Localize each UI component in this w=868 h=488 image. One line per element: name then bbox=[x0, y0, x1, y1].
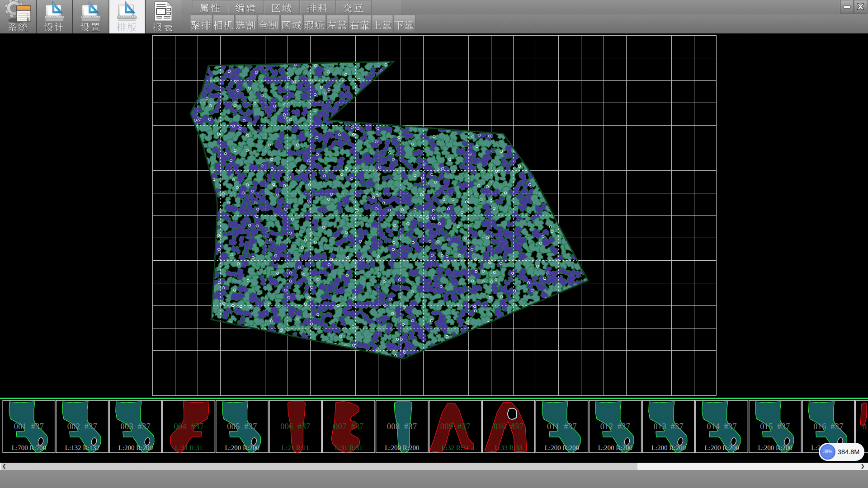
svg-text:L:200 R:200: L:200 R:200 bbox=[545, 444, 579, 451]
svg-text:009_#37: 009_#37 bbox=[440, 422, 470, 431]
svg-text:L:200 R:200: L:200 R:200 bbox=[118, 444, 153, 451]
svg-text:L:21 R:21: L:21 R:21 bbox=[282, 444, 309, 451]
svg-text:L:200 R:200: L:200 R:200 bbox=[598, 444, 632, 451]
svg-text:L:200 R:200: L:200 R:200 bbox=[225, 444, 259, 451]
svg-text:010_#37: 010_#37 bbox=[494, 422, 524, 431]
svg-text:L:200 R:200: L:200 R:200 bbox=[758, 444, 792, 451]
svg-text:012_#37: 012_#37 bbox=[600, 422, 631, 431]
svg-text:008_#37: 008_#37 bbox=[387, 422, 417, 431]
svg-text:002_#37: 002_#37 bbox=[67, 422, 98, 431]
svg-text:L:32 R:31: L:32 R:31 bbox=[442, 444, 469, 451]
svg-text:013_#37: 013_#37 bbox=[654, 422, 684, 431]
svg-text:001_#37: 001_#37 bbox=[14, 422, 44, 431]
svg-text:L:132 R:132: L:132 R:132 bbox=[65, 444, 99, 451]
svg-text:005_#37: 005_#37 bbox=[227, 422, 257, 431]
svg-text:006_#37: 006_#37 bbox=[280, 422, 311, 431]
svg-text:L:700 R:700: L:700 R:700 bbox=[12, 444, 46, 451]
svg-text:016_#37: 016_#37 bbox=[813, 422, 844, 431]
svg-text:007_#37: 007_#37 bbox=[334, 422, 364, 431]
svg-text:0: 0 bbox=[862, 422, 867, 431]
svg-text:L:31 R:31: L:31 R:31 bbox=[175, 444, 203, 451]
svg-text:015_#37: 015_#37 bbox=[760, 422, 790, 431]
svg-text:L:33 R:33: L:33 R:33 bbox=[495, 444, 522, 451]
svg-text:L:200 R:200: L:200 R:200 bbox=[651, 444, 686, 451]
svg-text:004_#37: 004_#37 bbox=[174, 422, 204, 431]
svg-text:003_#37: 003_#37 bbox=[121, 422, 151, 431]
svg-text:014_#37: 014_#37 bbox=[707, 422, 737, 431]
svg-text:L:200 R:200: L:200 R:200 bbox=[705, 444, 739, 451]
svg-text:L:31 R:31: L:31 R:31 bbox=[335, 444, 363, 451]
svg-text:L:200 R:200: L:200 R:200 bbox=[385, 444, 419, 451]
svg-text:011_#37: 011_#37 bbox=[547, 422, 577, 431]
